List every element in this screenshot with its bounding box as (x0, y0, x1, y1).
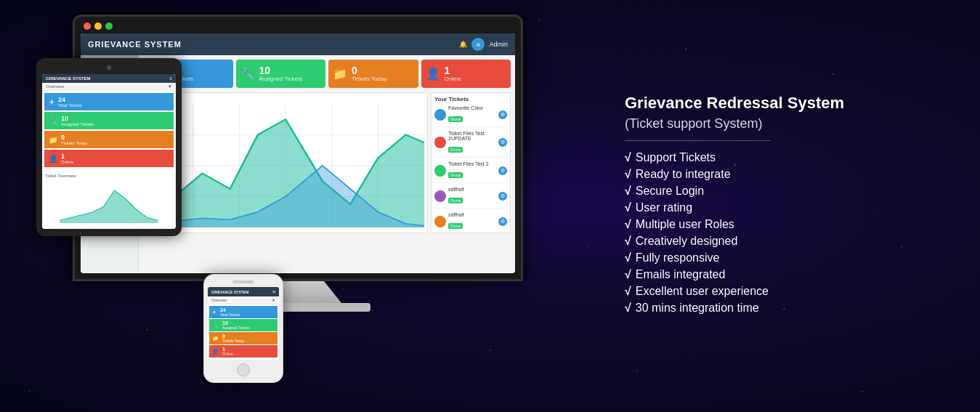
feature-text: Fully responsive (636, 251, 720, 264)
app-main: ✈ 24 Total Tickets 🔧 10 (139, 55, 515, 272)
app-brand: GRIEVANCE SYSTEM (88, 40, 182, 49)
tablet-stat-info-online: 1 Online (61, 153, 73, 164)
phone-home-button[interactable] (237, 363, 250, 376)
feature-item-responsive: √ Fully responsive (625, 251, 951, 264)
ticket-name: sdlfhsif (448, 187, 496, 192)
svg-marker-10 (60, 190, 158, 223)
stat-info-online: 1 Online (445, 65, 461, 82)
tablet-online-label: Online (61, 160, 73, 164)
phone-screen: GRIEVANCE SYSTEM ≡ Overview ▼ ✈ 24 Total… (208, 287, 279, 360)
phone-total-num: 24 (220, 307, 240, 312)
phone-today-label: Tickets Today (222, 339, 244, 343)
ticket-info: sdlfhsif Done (448, 212, 496, 230)
phone-navbar: GRIEVANCE SYSTEM ≡ (208, 287, 279, 296)
feature-item-rating: √ User rating (625, 201, 951, 214)
check-icon: √ (625, 151, 631, 164)
phone-online-label: Online (222, 352, 232, 356)
ticket-btn[interactable]: ⚙ (498, 217, 507, 226)
tablet-chart: Ticket Overview (42, 171, 176, 229)
tablet-online-num: 1 (61, 153, 73, 160)
check-icon: √ (625, 251, 631, 264)
ticket-info: Ticket Files Test 2UPDATE Done (448, 131, 496, 154)
phone-brand: GRIEVANCE SYSTEM (211, 290, 248, 294)
phone-online-num: 1 (222, 347, 232, 352)
today-number: 0 (352, 65, 386, 76)
today-icon: 📁 (333, 67, 347, 81)
check-icon: √ (625, 168, 631, 181)
ticket-name: Ticket Files Test 2 (448, 161, 496, 166)
ticket-name: Favourite Color (448, 105, 496, 110)
assigned-number: 10 (259, 65, 303, 76)
feature-text: Multiple user Roles (636, 218, 734, 231)
ticket-btn[interactable]: ⚙ (498, 138, 507, 147)
ticket-btn[interactable]: ⚙ (498, 166, 507, 175)
tablet-brand: GRIEVANCE SYSTEM (46, 76, 91, 81)
chart-svg (147, 104, 424, 227)
feature-text: 30 mins integration time (636, 302, 759, 315)
ticket-badge: Done (448, 147, 463, 153)
ticket-avatar (434, 216, 446, 227)
stat-card-online: 👤 1 Online (421, 60, 511, 88)
phone-stat-today: 📁 0 Tickets Today (209, 332, 278, 344)
tablet-stat-today: 📁 0 Tickets Today (44, 131, 174, 148)
feature-text: User rating (636, 201, 692, 214)
feature-item-ux: √ Excellent user experience (625, 285, 951, 298)
chart-title: Overview (147, 96, 424, 102)
phone-stat-info-total: 24 Total Tickets (220, 307, 240, 317)
check-icon: √ (625, 235, 631, 248)
ticket-btn[interactable]: ⚙ (498, 110, 507, 119)
phone-total-icon: ✈ (212, 310, 216, 315)
tablet-today-label: Tickets Today (61, 141, 87, 145)
ticket-info: sdlfhsif Done (448, 187, 496, 205)
ticket-avatar (434, 109, 446, 121)
tl-yellow (94, 23, 102, 30)
feature-text: Support Tickets (636, 151, 716, 164)
assigned-label: Assigned Tickets (259, 76, 303, 82)
tablet-stats: ✈ 24 Total Tickets 🔧 10 Assigned Tickets (42, 91, 176, 171)
assigned-icon: 🔧 (240, 67, 255, 81)
feature-text: Excellent user experience (636, 285, 769, 298)
tl-green (105, 23, 113, 30)
tablet-overview-arrow: ▼ (168, 84, 172, 89)
ticket-row: sdlfhsif Done ⚙ (434, 212, 507, 234)
app-navbar-right: 🔔 A Admin (459, 38, 508, 51)
stat-info-assigned: 10 Assigned Tickets (259, 65, 303, 82)
ticket-name: sdlfhsif (448, 212, 496, 217)
phone-stat-assigned: 🔧 10 Assigned Tickets (209, 319, 278, 331)
tablet-assigned-label: Assigned Tickets (61, 122, 94, 126)
avatar: A (471, 38, 485, 51)
stat-info-today: 0 Tickets Today (352, 65, 386, 82)
stats-row: ✈ 24 Total Tickets 🔧 10 (139, 55, 515, 92)
devices-section: GRIEVANCE SYSTEM 🔔 A Admin Admin Panel (0, 0, 596, 412)
tablet-stat-online: 👤 1 Online (44, 150, 174, 167)
ticket-badge: Done (448, 223, 463, 229)
feature-item-integrate: √ Ready to integrate (625, 168, 951, 181)
tablet-today-icon: 📁 (49, 136, 57, 144)
feature-item-login: √ Secure Login (625, 185, 951, 198)
feature-text: Emails integrated (636, 268, 726, 281)
tablet-overview-bar: Overview ▼ (42, 83, 176, 91)
ticket-avatar (434, 137, 446, 148)
phone-stat-info-assigned: 10 Assigned Tickets (222, 320, 250, 330)
tablet-chart-title: Ticket Overview (45, 174, 173, 178)
feature-item-time: √ 30 mins integration time (625, 302, 951, 315)
phone-today-num: 0 (222, 334, 244, 339)
features-section: Grievance Redressal System (Ticket suppo… (596, 0, 980, 412)
features-list: √ Support Tickets √ Ready to integrate √… (625, 151, 951, 318)
ticket-row: Favourite Color Done ⚙ (434, 105, 507, 127)
tablet-camera (107, 65, 111, 70)
phone-stat-total: ✈ 24 Total Tickets (209, 306, 278, 318)
app-chart-area: Overview (139, 92, 515, 238)
ticket-btn[interactable]: ⚙ (498, 192, 507, 201)
phone-stat-info-today: 0 Tickets Today (222, 334, 244, 343)
phone-menu-icon: ≡ (272, 289, 275, 294)
phone-today-icon: 📁 (212, 336, 219, 342)
feature-text: Secure Login (636, 185, 704, 198)
tablet-today-num: 0 (61, 134, 87, 141)
phone-assigned-label: Assigned Tickets (222, 326, 250, 330)
features-subtitle: (Ticket support System) (625, 116, 951, 132)
ticket-row: Ticket Files Test 2UPDATE Done ⚙ (434, 131, 507, 158)
feature-item-design: √ Creatively designed (625, 235, 951, 248)
tablet-online-icon: 👤 (49, 155, 57, 163)
check-icon: √ (625, 268, 631, 281)
